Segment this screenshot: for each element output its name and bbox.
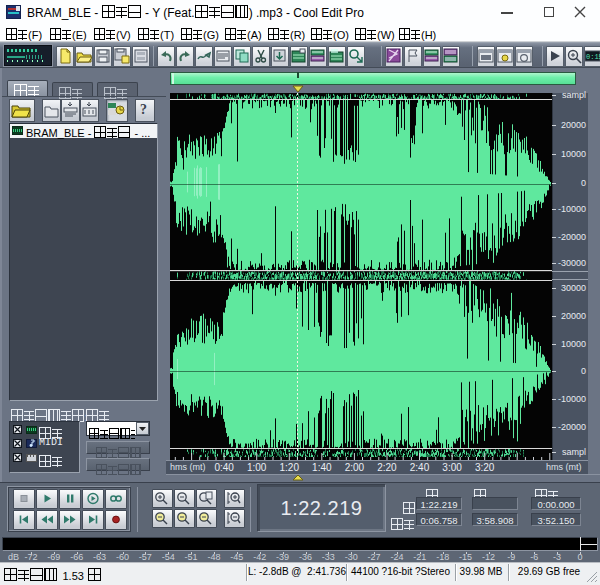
- svg-text:0:15: 0:15: [586, 53, 600, 61]
